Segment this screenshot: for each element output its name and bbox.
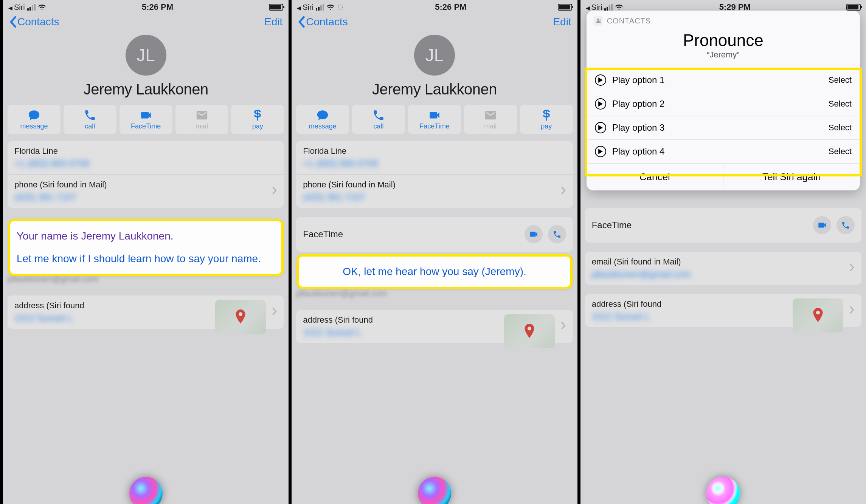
- edit-button[interactable]: Edit: [264, 16, 282, 28]
- dollar-icon: [251, 109, 264, 122]
- select-button[interactable]: Select: [829, 147, 852, 156]
- siri-orb[interactable]: [418, 477, 451, 504]
- chevron-right-icon: [561, 186, 566, 196]
- message-button[interactable]: message: [8, 105, 61, 134]
- chevron-right-icon: [272, 307, 277, 317]
- action-button-row: message call FaceTime mail pay: [292, 105, 577, 141]
- facetime-button[interactable]: FaceTime: [408, 105, 461, 134]
- email-card[interactable]: email (Siri found in Mail) jdlaukkonen@g…: [585, 252, 861, 285]
- facetime-row[interactable]: FaceTime: [585, 208, 861, 243]
- wifi-icon: [326, 3, 335, 11]
- pronounce-modal: CONTACTS Pronounce “Jeremy” Play option …: [587, 11, 860, 190]
- cancel-button[interactable]: Cancel: [587, 164, 723, 190]
- chevron-right-icon: [272, 186, 277, 196]
- modal-subtitle: “Jeremy”: [587, 50, 860, 68]
- contacts-app-icon: [593, 16, 603, 26]
- phone-icon: [372, 109, 385, 122]
- play-icon[interactable]: [595, 122, 606, 133]
- facetime-video-button[interactable]: [813, 216, 831, 234]
- phone-icon: [84, 109, 96, 122]
- video-icon: [529, 229, 539, 239]
- dollar-icon: [540, 109, 553, 122]
- tell-siri-again-button[interactable]: Tell Siri again: [723, 164, 860, 190]
- phone-row-1[interactable]: Florida Line +1 (850) 860-0708: [8, 141, 284, 175]
- play-icon[interactable]: [595, 74, 606, 86]
- phone-screen-2: Siri 5:26 PM Contacts Edit JL Jeremy Lau…: [289, 0, 577, 504]
- chevron-left-icon: [9, 16, 17, 28]
- phone-row-1[interactable]: Florida Line +1 (850) 860-0708: [296, 141, 573, 175]
- play-option-4[interactable]: Play option 4 Select: [587, 139, 860, 163]
- play-icon[interactable]: [595, 98, 606, 110]
- edit-button[interactable]: Edit: [553, 16, 571, 28]
- map-thumbnail: [793, 298, 843, 332]
- svg-point-1: [338, 5, 343, 9]
- battery-icon: [846, 4, 861, 11]
- back-button[interactable]: Contacts: [298, 16, 348, 28]
- back-button[interactable]: Contacts: [9, 16, 59, 28]
- cell-signal-icon: [316, 4, 324, 11]
- select-button[interactable]: Select: [829, 75, 852, 85]
- map-pin-icon: [524, 324, 535, 339]
- facetime-card: FaceTime: [296, 217, 573, 252]
- play-option-1[interactable]: Play option 1 Select: [587, 68, 860, 92]
- facetime-audio-button[interactable]: [548, 225, 566, 243]
- pay-button[interactable]: pay: [520, 105, 573, 134]
- svg-rect-7: [601, 22, 601, 23]
- siri-orb[interactable]: [129, 477, 163, 504]
- avatar: JL: [414, 35, 455, 76]
- svg-point-4: [597, 19, 599, 21]
- email-peek: jdlaukkonen@gmail.com: [296, 289, 573, 298]
- svg-point-0: [239, 312, 242, 316]
- back-to-siri[interactable]: Siri: [297, 3, 313, 12]
- nav-bar: Contacts Edit: [292, 13, 577, 35]
- map-pin-icon: [812, 308, 824, 323]
- action-button-row: message call FaceTime mail pay: [3, 105, 289, 141]
- status-bar: Siri 5:26 PM: [292, 0, 577, 13]
- mail-button: mail: [175, 105, 228, 134]
- chevron-right-icon: [849, 263, 855, 274]
- contact-name: Jeremy Laukkonen: [299, 81, 570, 98]
- call-button[interactable]: call: [64, 105, 116, 134]
- mail-icon: [484, 109, 497, 122]
- phone-row-2[interactable]: phone (Siri found in Mail) (425) 381-710…: [296, 175, 573, 208]
- siri-orb[interactable]: [706, 477, 740, 504]
- phone-screen-3: Siri 5:29 PM phone ····· ····· FaceTime …: [577, 0, 866, 504]
- facetime-audio-button[interactable]: [837, 216, 855, 234]
- cell-signal-icon: [604, 4, 613, 11]
- address-card[interactable]: address (Siri found 1012 Sunset L: [8, 295, 284, 329]
- play-option-2[interactable]: Play option 2 Select: [587, 92, 860, 116]
- facetime-row[interactable]: FaceTime: [296, 217, 573, 252]
- map-pin-icon: [235, 309, 246, 325]
- back-to-siri[interactable]: Siri: [8, 3, 25, 12]
- pay-button[interactable]: pay: [231, 105, 284, 134]
- mail-button: mail: [464, 105, 517, 134]
- siri-response-bubble: Your name is Jeremy Laukkonen. Let me kn…: [9, 220, 282, 275]
- svg-rect-6: [601, 20, 601, 22]
- siri-response-bubble: OK, let me hear how you say (Jeremy).: [298, 255, 571, 288]
- address-card[interactable]: address (Siri found 1012 Sunset L: [585, 294, 861, 327]
- facetime-button[interactable]: FaceTime: [120, 105, 172, 134]
- battery-icon: [269, 4, 283, 11]
- select-button[interactable]: Select: [829, 99, 852, 109]
- play-icon[interactable]: [595, 146, 606, 157]
- svg-point-2: [528, 326, 531, 330]
- svg-rect-5: [601, 19, 601, 20]
- play-option-3[interactable]: Play option 3 Select: [587, 116, 860, 139]
- phone-card: Florida Line +1 (850) 860-0708 phone (Si…: [296, 141, 573, 208]
- phone-row-2[interactable]: phone (Siri found in Mail) (425) 381-710…: [8, 175, 284, 208]
- battery-icon: [558, 4, 572, 11]
- phone-card: Florida Line +1 (850) 860-0708 phone (Si…: [8, 141, 284, 208]
- select-button[interactable]: Select: [829, 123, 852, 133]
- address-card[interactable]: address (Siri found 1012 Sunset L: [296, 310, 573, 343]
- map-thumbnail: [504, 314, 555, 348]
- phone-screen-1: Siri 5:26 PM Contacts Edit JL Jeremy Lau…: [0, 0, 289, 504]
- video-icon: [817, 220, 827, 230]
- option-list: Play option 1 Select Play option 2 Selec…: [587, 68, 860, 163]
- facetime-video-button[interactable]: [525, 225, 543, 243]
- chevron-left-icon: [298, 16, 305, 28]
- nav-bar: Contacts Edit: [3, 13, 289, 35]
- message-button[interactable]: message: [296, 105, 349, 134]
- cell-signal-icon: [27, 4, 36, 11]
- call-button[interactable]: call: [352, 105, 405, 134]
- wifi-icon: [38, 3, 46, 11]
